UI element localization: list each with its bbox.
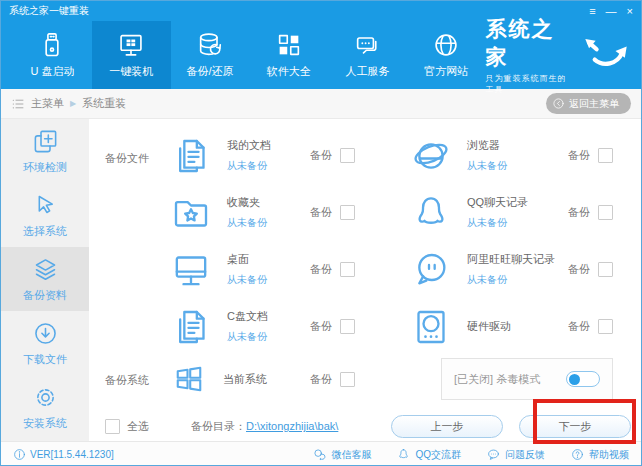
antivirus-mode-label: [已关闭] 杀毒模式 [454,372,540,387]
item-title: 硬件驱动 [467,319,511,334]
database-restore-icon [196,31,224,59]
sidebar-item-label: 备份资料 [23,288,67,303]
breadcrumb-main-menu[interactable]: 主菜单 [31,96,64,111]
next-step-button[interactable]: 下一步 [519,415,631,438]
backup-checkbox[interactable] [340,262,355,277]
sidebar-item-label: 环境检测 [23,160,67,175]
backup-dir-label: 备份目录： [191,419,246,434]
nav-item-one-click-install[interactable]: 一键装机 [92,21,171,89]
nav-item-support[interactable]: 人工服务 [328,21,407,89]
antivirus-toggle[interactable] [566,371,600,387]
version-info: VER[11.5.44.1230] [13,448,114,461]
backup-item-browser: 浏览器从未备份 备份 [401,127,641,184]
backup-checkbox[interactable] [598,148,613,163]
sidebar-item-label: 安装系统 [23,416,67,431]
back-to-main-menu-button[interactable]: 返回主菜单 [546,93,631,114]
backup-checkbox[interactable] [340,319,355,334]
backup-item-my-documents: 我的文档从未备份 备份 [161,127,401,184]
nav-item-usb-boot[interactable]: U 盘启动 [13,21,92,89]
backup-checkbox-label: 备份 [310,262,332,277]
sidebar-item-backup-data[interactable]: 备份资料 [1,247,89,311]
backup-checkbox[interactable] [598,262,613,277]
chat-bubbles-icon [353,31,381,59]
info-icon [13,448,26,461]
qq-penguin-icon [411,193,451,233]
nav-item-software[interactable]: 软件大全 [249,21,328,89]
window-title: 系统之家一键重装 [9,4,89,18]
select-all-checkbox[interactable] [105,419,120,434]
item-status: 从未备份 [467,216,528,230]
sidebar: 环境检测 选择系统 备份资料 下载文件 安装系统 [1,119,89,441]
app-window: 系统之家一键重装 ≡ — × U 盘启动 一键装机 备份/还原 软件大全 人工服… [0,0,642,466]
usb-drive-icon [38,31,66,59]
item-title: 当前系统 [223,372,267,387]
wechat-support-link[interactable]: 微信客服 [313,448,371,462]
backup-checkbox-label: 备份 [310,205,332,220]
nav-item-website[interactable]: 官方网站 [407,21,486,89]
documents-icon [171,136,211,176]
sidebar-item-env-check[interactable]: 环境检测 [1,119,89,183]
backup-checkbox[interactable] [340,148,355,163]
app-grid-icon [275,31,303,59]
item-title: 浏览器 [467,138,507,153]
backup-item-aliwangwang: 阿里旺旺聊天记录从未备份 备份 [401,241,641,298]
folder-star-icon [171,193,211,233]
breadcrumb-current: 系统重装 [82,96,126,111]
bottom-action-row: 全选 备份目录： D:\xitongzhijia\bak\ 上一步 下一步 [89,411,641,441]
sidebar-item-select-system[interactable]: 选择系统 [1,183,89,247]
nav-label: 一键装机 [109,64,153,79]
item-title: C盘文档 [227,309,268,324]
backup-checkbox-label: 备份 [310,319,332,334]
env-check-icon [32,128,59,155]
sidebar-item-download-files[interactable]: 下载文件 [1,311,89,375]
item-title: 阿里旺旺聊天记录 [467,252,555,267]
backup-item-c-drive-docs: C盘文档从未备份 备份 [161,298,401,355]
wechat-icon [313,448,326,461]
backup-checkbox-label: 备份 [568,262,590,277]
nav-label: 软件大全 [267,64,311,79]
backup-item-favorites: 收藏夹从未备份 备份 [161,184,401,241]
item-status: 从未备份 [227,273,267,287]
backup-dir-link[interactable]: D:\xitongzhijia\bak\ [246,420,338,432]
brand-tagline: 只为重装系统而生的工具 [486,73,575,95]
monitor-windows-icon [117,31,145,59]
close-icon[interactable]: × [627,6,633,17]
qq-group-link[interactable]: QQ交流群 [397,448,461,462]
help-icon [571,448,584,461]
statusbar-links: 微信客服 QQ交流群 问题反馈 帮助视频 [313,448,629,462]
backup-checkbox[interactable] [598,319,613,334]
hardware-drive-icon [411,307,451,347]
feedback-link[interactable]: 问题反馈 [487,448,545,462]
sidebar-item-label: 下载文件 [23,352,67,367]
sidebar-item-install-system[interactable]: 安装系统 [1,375,89,439]
nav-label: 官方网站 [424,64,468,79]
select-all-label: 全选 [127,419,149,434]
browser-ie-icon [411,136,451,176]
minimize-icon[interactable]: — [606,6,617,17]
sidebar-item-label: 选择系统 [23,224,67,239]
backup-checkbox[interactable] [598,205,613,220]
backup-checkbox-label: 备份 [568,319,590,334]
item-status: 从未备份 [227,330,268,344]
item-title: 桌面 [227,252,267,267]
download-icon [32,320,59,347]
item-title: QQ聊天记录 [467,195,528,210]
prev-step-button[interactable]: 上一步 [391,415,503,438]
item-title: 我的文档 [227,138,271,153]
brand-logo: 系统之家 只为重装系统而生的工具 [486,21,641,89]
back-button-label: 返回主菜单 [569,97,619,111]
item-status: 从未备份 [467,159,507,173]
backup-checkbox[interactable] [340,205,355,220]
nav-item-backup-restore[interactable]: 备份/还原 [171,21,250,89]
backup-checkbox[interactable] [340,372,355,387]
statusbar-link-label: QQ交流群 [415,448,461,462]
backup-checkbox-label: 备份 [310,148,332,163]
breadcrumb-separator-icon: ▶ [70,99,76,108]
statusbar-link-label: 帮助视频 [589,448,629,462]
window-controls: ≡ — × [589,6,633,17]
help-videos-link[interactable]: 帮助视频 [571,448,629,462]
antivirus-mode-box: [已关闭] 杀毒模式 [441,358,613,400]
globe-icon [432,31,460,59]
menu-icon[interactable]: ≡ [589,6,595,17]
statusbar: VER[11.5.44.1230] 微信客服 QQ交流群 问题反馈 帮助视频 [1,441,641,466]
